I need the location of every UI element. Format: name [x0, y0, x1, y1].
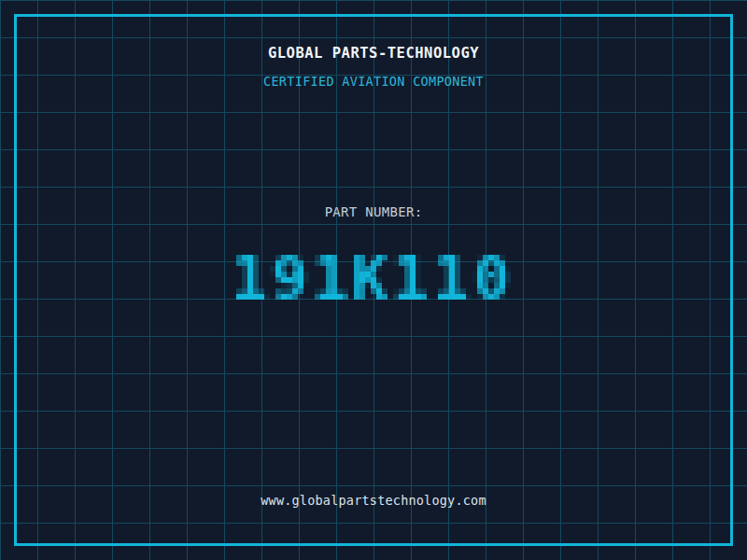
website-url: www.globalpartstechnology.com [0, 495, 747, 508]
part-number-label: PART NUMBER: [0, 205, 747, 218]
company-title: GLOBAL PARTS-TECHNOLOGY [0, 47, 747, 62]
blueprint-page: GLOBAL PARTS-TECHNOLOGY CERTIFIED AVIATI… [0, 0, 747, 560]
part-number-pixel [225, 238, 522, 311]
certification-subtitle: CERTIFIED AVIATION COMPONENT [0, 76, 747, 89]
part-number: 191K110 [0, 238, 747, 311]
